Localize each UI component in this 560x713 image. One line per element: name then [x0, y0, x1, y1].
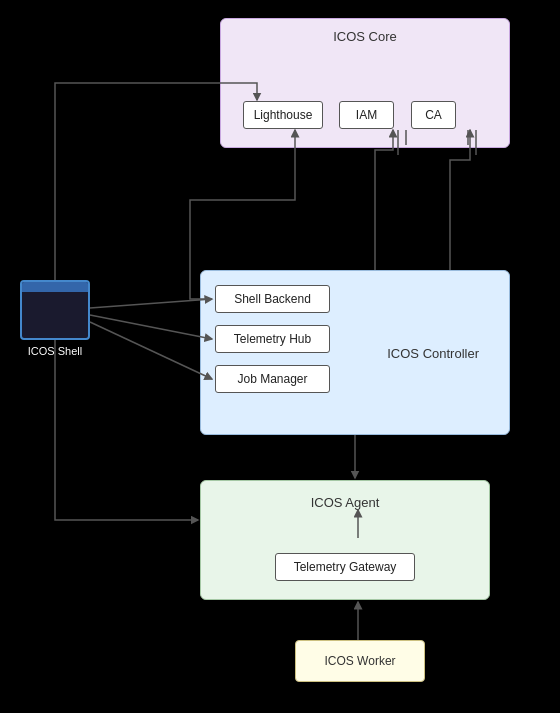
telemetry-gateway-box: Telemetry Gateway: [275, 553, 415, 581]
iam-box: IAM: [339, 101, 394, 129]
svg-line-3: [90, 315, 212, 339]
lighthouse-box: Lighthouse: [243, 101, 323, 129]
icos-core-container: ICOS Core Lighthouse IAM CA: [220, 18, 510, 148]
ca-box: CA: [411, 101, 456, 129]
shell-backend-box: Shell Backend: [215, 285, 330, 313]
icos-agent-label: ICOS Agent: [201, 495, 489, 510]
telemetry-hub-box: Telemetry Hub: [215, 325, 330, 353]
icos-shell-container: ICOS Shell: [20, 280, 90, 357]
icos-shell-box: [20, 280, 90, 340]
icos-controller-label: ICOS Controller: [387, 345, 479, 360]
diagram-area: ICOS Core Lighthouse IAM CA ICOS Control…: [0, 0, 560, 713]
icos-worker-box: ICOS Worker: [295, 640, 425, 682]
icos-agent-container: ICOS Agent Telemetry Gateway: [200, 480, 490, 600]
svg-line-4: [90, 322, 212, 379]
job-manager-box: Job Manager: [215, 365, 330, 393]
icos-core-label: ICOS Core: [221, 29, 509, 44]
svg-line-2: [90, 299, 212, 308]
icos-shell-label: ICOS Shell: [28, 345, 82, 357]
